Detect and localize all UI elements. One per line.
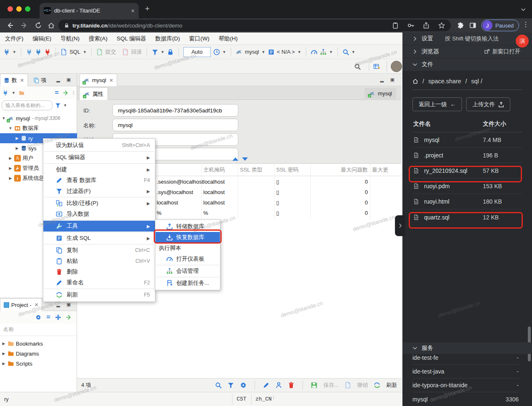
- rollback-icon[interactable]: [122, 49, 129, 55]
- service-row[interactable]: ide-test-java -: [412, 365, 519, 379]
- grid-cell-ssl-pwd[interactable]: ▯: [276, 187, 279, 197]
- service-row[interactable]: ide-typora-on-titanide -: [412, 379, 519, 392]
- menu-sql-editor[interactable]: SQL 编辑器: [117, 35, 146, 42]
- grid-filter-icon[interactable]: [227, 382, 234, 389]
- project-item-bookmarks[interactable]: ▶ Bookmarks: [0, 339, 77, 349]
- file-row[interactable]: mysql 7.4 MB: [412, 132, 522, 148]
- menu-item-tools[interactable]: 工具▶: [43, 221, 155, 232]
- grid-cell-user[interactable]: .sys@localhost: [157, 187, 193, 197]
- menu-item-compare-migrate[interactable]: 比较/迁移(P)▶: [43, 198, 155, 209]
- menu-database[interactable]: 数据库(D): [155, 35, 180, 42]
- grid-cell-max-q[interactable]: 0: [310, 208, 368, 218]
- file-row-highlighted[interactable]: quartz.sql 12 KB: [412, 209, 522, 225]
- open-new-window-button[interactable]: 新窗口打开: [484, 48, 521, 55]
- clipboard-icon[interactable]: [392, 22, 399, 29]
- sessions-dropdown-icon[interactable]: ▼: [329, 50, 333, 54]
- menu-item-copy[interactable]: 复制Ctrl+C: [43, 245, 155, 256]
- tab-close-icon[interactable]: ✕: [34, 302, 38, 308]
- expand-icon[interactable]: ✛: [55, 314, 61, 321]
- grid-cell-host[interactable]: localhost: [203, 197, 225, 208]
- link-editor-icon[interactable]: [66, 314, 72, 320]
- menu-item-rename[interactable]: 重命名F2: [43, 277, 155, 288]
- sidebar-section-settings[interactable]: 设置 按 Shift 键切换输入法: [402, 32, 532, 45]
- service-row[interactable]: mysql 3306: [412, 392, 519, 406]
- tab-search-chevron-icon[interactable]: [521, 7, 526, 12]
- tree-connection-mysql[interactable]: ▼ mysql - mysql:3306: [0, 113, 77, 123]
- tab-close-icon[interactable]: ✕: [109, 77, 113, 83]
- home-icon[interactable]: [412, 78, 418, 84]
- search-icon[interactable]: [342, 49, 349, 55]
- editor-tab-mysql[interactable]: mysql ✕: [80, 74, 117, 86]
- go-up-button[interactable]: 返回上一级 ←: [412, 97, 462, 111]
- submenu-item-session-manager[interactable]: 会话管理: [155, 266, 220, 276]
- id-field[interactable]: mysql8-185a0a81b9e-737a630e5adf19cb: [112, 104, 238, 117]
- undo-button[interactable]: 撤销: [357, 381, 368, 389]
- connection-dropdown-icon[interactable]: ▼: [262, 50, 265, 54]
- transaction-lock-icon[interactable]: [167, 49, 174, 55]
- filter-funnel-icon[interactable]: [55, 102, 61, 108]
- menu-item-refresh[interactable]: 刷新F5: [43, 289, 155, 300]
- history-clock-icon[interactable]: [213, 49, 220, 55]
- window-minimize-button[interactable]: [16, 6, 22, 12]
- add-row-icon[interactable]: [275, 382, 282, 389]
- menu-file[interactable]: 文件(F): [5, 35, 23, 42]
- grid-cell-ssl-pwd[interactable]: ▯: [276, 197, 279, 208]
- sidebar-collapse-handle[interactable]: [395, 215, 405, 236]
- grid-cell-host[interactable]: %: [203, 208, 208, 218]
- commit-button[interactable]: 提交: [105, 48, 116, 56]
- window-zoom-button[interactable]: [25, 6, 30, 12]
- grid-search-icon[interactable]: [215, 382, 222, 389]
- collapse-all-icon[interactable]: =: [55, 89, 59, 97]
- file-row-highlighted[interactable]: ry_20210924.sql 57 KB: [412, 163, 522, 179]
- tab-projects[interactable]: 项: [30, 74, 50, 87]
- window-close-button[interactable]: [7, 6, 13, 12]
- collapse-all-icon[interactable]: =: [46, 314, 50, 321]
- submenu-item-restore-database[interactable]: 恢复数据库: [155, 232, 220, 243]
- extensions-puzzle-icon[interactable]: [457, 22, 464, 29]
- bookmark-star-icon[interactable]: [438, 22, 445, 29]
- properties-tab[interactable]: 属性: [79, 87, 108, 100]
- rollback-button[interactable]: 回滚: [131, 48, 142, 56]
- menu-item-sql-editor[interactable]: SQL 编辑器▶: [43, 152, 155, 163]
- save-icon[interactable]: [311, 382, 317, 389]
- new-folder-icon[interactable]: [19, 90, 25, 96]
- profile-button[interactable]: J Paused: [481, 20, 519, 31]
- active-schema-select[interactable]: < N/A >: [277, 49, 295, 55]
- menu-item-paste[interactable]: 粘贴Ctrl+V: [43, 256, 155, 267]
- transaction-filter-icon[interactable]: [152, 49, 158, 55]
- reconnect-icon[interactable]: [35, 49, 42, 55]
- menu-item-create[interactable]: 创建▶: [43, 164, 155, 175]
- commit-icon[interactable]: [96, 49, 103, 55]
- browser-tab[interactable]: <t> db-client - TitanIDE ×: [40, 3, 139, 18]
- menu-search[interactable]: 搜索(A): [89, 35, 107, 42]
- refresh-icon[interactable]: [374, 382, 380, 389]
- menu-help[interactable]: 帮助(H): [219, 35, 238, 42]
- back-icon[interactable]: [7, 22, 13, 29]
- network-sessions-icon[interactable]: [320, 49, 327, 55]
- menu-item-set-default[interactable]: 设为默认值Shift+Ctrl+A: [43, 140, 155, 151]
- minimize-panel-icon[interactable]: ▂: [57, 302, 61, 307]
- tab-close-icon[interactable]: ×: [131, 7, 135, 14]
- menu-item-generate-sql[interactable]: 生成 SQL▶: [43, 233, 155, 244]
- active-connection-select[interactable]: mysql: [245, 49, 259, 55]
- tab-project[interactable]: Project - ✕: [0, 298, 42, 311]
- maximize-editor-icon[interactable]: ▣: [390, 77, 395, 82]
- refresh-button[interactable]: 刷新: [386, 381, 397, 389]
- maximize-panel-icon[interactable]: ▣: [67, 77, 72, 82]
- revert-icon[interactable]: [345, 382, 351, 389]
- sql-script-icon[interactable]: [60, 49, 67, 55]
- grid-cell-user[interactable]: .session@localhost: [157, 177, 203, 187]
- status-more-icon[interactable]: ⁞: [273, 395, 274, 400]
- dashboard-gauge-icon[interactable]: [311, 49, 317, 55]
- menu-item-delete[interactable]: 删除: [43, 267, 155, 277]
- submenu-item-dump-database[interactable]: 转储数据库: [155, 221, 220, 232]
- history-dropdown-icon[interactable]: ▼: [222, 50, 226, 54]
- schema-dropdown-icon[interactable]: ▼: [297, 50, 301, 54]
- submenu-item-execute-script[interactable]: 执行脚本: [155, 243, 220, 254]
- menu-item-view-database[interactable]: 查看 数据库F4: [43, 175, 155, 186]
- new-tab-button[interactable]: +: [145, 4, 150, 13]
- splitter-up-icon[interactable]: [232, 157, 238, 161]
- view-menu-icon[interactable]: ⁞: [73, 90, 74, 95]
- splitter-down-icon[interactable]: [242, 157, 248, 161]
- grid-cell-host[interactable]: localhost: [203, 177, 225, 187]
